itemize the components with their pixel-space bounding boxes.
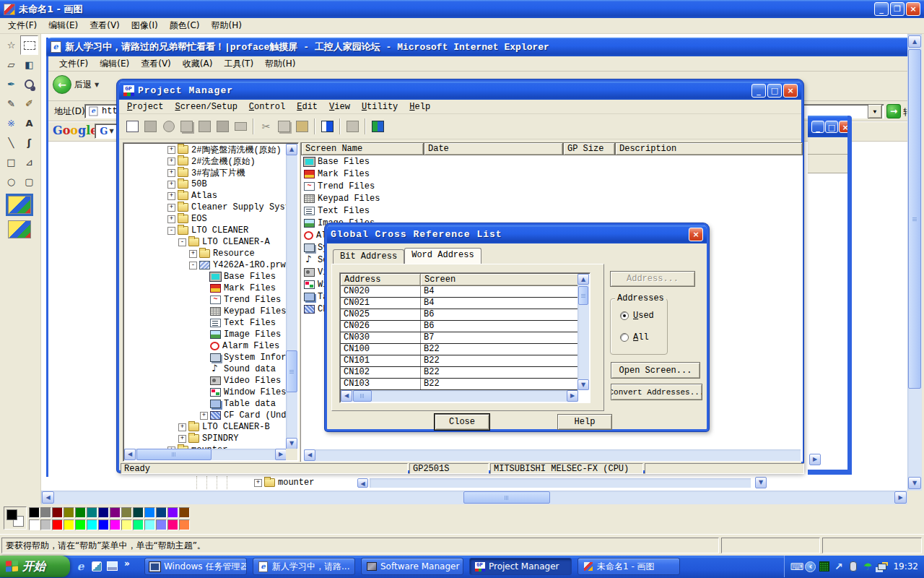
tray-icon[interactable] bbox=[832, 561, 845, 573]
list-hscrollbar[interactable]: ◀ bbox=[304, 449, 801, 461]
tree-toggle[interactable]: - bbox=[178, 238, 186, 246]
tree-toggle[interactable]: + bbox=[167, 158, 175, 165]
tree-toggle[interactable]: - bbox=[189, 262, 197, 269]
paint-tool[interactable] bbox=[20, 35, 38, 55]
tree-toggle[interactable]: + bbox=[167, 146, 175, 154]
scroll-down-button[interactable]: ▼ bbox=[286, 438, 297, 449]
tree-item[interactable]: + Cleaner Supply System bbox=[124, 202, 286, 213]
dialog-titlebar[interactable]: Global Cross Reference List × bbox=[327, 225, 707, 243]
palette-swatch[interactable] bbox=[64, 519, 74, 530]
task-button[interactable]: Software Manager bbox=[361, 558, 463, 575]
pm-menu-item[interactable]: Screen/Setup bbox=[170, 100, 242, 113]
paint-tool[interactable] bbox=[20, 94, 38, 113]
tree-toggle[interactable]: + bbox=[167, 204, 175, 212]
quick-launch-icon[interactable] bbox=[105, 559, 119, 573]
scroll-thumb[interactable] bbox=[463, 491, 550, 504]
paint-minimize-button[interactable]: _ bbox=[874, 2, 889, 16]
address-dropdown-button[interactable]: ▼ bbox=[868, 104, 882, 118]
palette-swatch[interactable] bbox=[87, 519, 97, 530]
back-dropdown-icon[interactable]: ▼ bbox=[95, 82, 99, 88]
palette-swatch[interactable] bbox=[179, 507, 190, 518]
paint-menu-item[interactable]: 颜色(C) bbox=[165, 18, 205, 33]
palette-swatch[interactable] bbox=[144, 507, 155, 518]
scroll-left-button[interactable]: ◀ bbox=[304, 449, 315, 461]
tree-item[interactable]: Text Files bbox=[124, 317, 286, 329]
scroll-right-button[interactable]: ▶ bbox=[275, 449, 287, 460]
tree-toggle[interactable]: + bbox=[167, 192, 175, 200]
tree-item[interactable]: Alarm Files bbox=[124, 340, 286, 352]
scroll-left-button[interactable]: ◀ bbox=[341, 390, 352, 402]
quick-launch-icon[interactable] bbox=[90, 559, 103, 573]
tree-item[interactable]: + Resource bbox=[124, 248, 286, 259]
paint-tool[interactable] bbox=[2, 35, 20, 55]
address-column-header[interactable]: Address bbox=[341, 274, 420, 285]
ie-menu-item[interactable]: 查看(V) bbox=[136, 56, 176, 72]
palette-swatch[interactable] bbox=[110, 519, 121, 530]
palette-swatch[interactable] bbox=[29, 507, 40, 518]
paint-tool[interactable] bbox=[20, 152, 38, 172]
pm-toolbar-button[interactable] bbox=[214, 118, 232, 135]
table-row[interactable]: CN026 B6 bbox=[341, 321, 578, 332]
tree-item[interactable]: Base Files bbox=[124, 271, 286, 282]
task-button[interactable]: Windows 任务管理器 bbox=[144, 558, 247, 575]
table-row[interactable]: CN103 B22 bbox=[341, 379, 578, 390]
pm-toolbar-button[interactable] bbox=[344, 118, 362, 135]
fragment-maximize-button[interactable]: □ bbox=[825, 121, 838, 133]
paint-tool[interactable] bbox=[2, 113, 20, 133]
tree-hscrollbar[interactable]: ◀ ▶ bbox=[124, 449, 287, 460]
palette-swatch[interactable] bbox=[133, 507, 144, 518]
pm-menu-item[interactable]: Edit bbox=[292, 100, 323, 113]
tree-item[interactable]: Window Files bbox=[124, 387, 286, 398]
tree-toggle[interactable]: - bbox=[167, 227, 175, 235]
pm-minimize-button[interactable]: _ bbox=[751, 84, 766, 98]
paint-menu-item[interactable]: 编辑(E) bbox=[43, 18, 83, 33]
palette-swatch[interactable] bbox=[144, 519, 155, 530]
tray-icon[interactable] bbox=[790, 561, 803, 573]
task-button[interactable]: Project Manager bbox=[469, 558, 572, 575]
paint-titlebar[interactable]: 未命名1 - 画图 _ ❐ × bbox=[0, 0, 924, 18]
pm-toolbar-button[interactable] bbox=[123, 118, 141, 135]
table-row[interactable]: CN030 B7 bbox=[341, 332, 578, 344]
paint-tool[interactable] bbox=[20, 74, 38, 94]
palette-swatch[interactable] bbox=[121, 519, 132, 530]
paint-draw-option-opaque[interactable] bbox=[6, 194, 33, 216]
pm-menu-item[interactable]: Project bbox=[122, 100, 168, 113]
paint-draw-option-transparent[interactable] bbox=[6, 218, 33, 241]
paint-color-selector[interactable] bbox=[4, 506, 27, 530]
tree-item[interactable]: Table data bbox=[124, 398, 286, 410]
close-button[interactable]: Close bbox=[435, 414, 489, 430]
tray-icon[interactable] bbox=[847, 561, 859, 573]
tree-item[interactable]: Sound data bbox=[124, 363, 286, 375]
pm-close-button[interactable]: × bbox=[783, 84, 798, 98]
table-row[interactable]: CN101 B22 bbox=[341, 355, 578, 367]
fragment-scroll-right-button[interactable]: ▶ bbox=[809, 454, 821, 465]
pm-toolbar-button[interactable] bbox=[178, 118, 196, 135]
scroll-up-button[interactable]: ▲ bbox=[908, 35, 921, 48]
tree-item[interactable]: Mark Files bbox=[124, 282, 286, 294]
paint-tool[interactable] bbox=[2, 55, 20, 74]
palette-swatch[interactable] bbox=[98, 507, 109, 518]
tree-item[interactable]: Image Files bbox=[124, 329, 286, 340]
palette-swatch[interactable] bbox=[179, 519, 190, 530]
palette-swatch[interactable] bbox=[29, 519, 40, 530]
task-button[interactable]: 新人学习中，请路... bbox=[253, 558, 355, 575]
scroll-thumb[interactable] bbox=[286, 350, 297, 392]
scroll-thumb[interactable] bbox=[578, 286, 588, 305]
column-header[interactable]: Description bbox=[615, 142, 803, 155]
tree-item[interactable]: + EOS bbox=[124, 213, 286, 225]
paint-tool[interactable] bbox=[20, 113, 38, 133]
paint-tool[interactable] bbox=[2, 152, 20, 172]
table-row[interactable]: CN021 B4 bbox=[341, 298, 578, 309]
ie-menu-item[interactable]: 工具(T) bbox=[219, 56, 258, 72]
pm-toolbar-button[interactable] bbox=[318, 118, 336, 135]
google-dropdown-icon[interactable]: ▼ bbox=[109, 128, 113, 134]
quick-launch-overflow[interactable]: » bbox=[124, 558, 130, 569]
paint-tool[interactable] bbox=[20, 133, 38, 152]
ie-titlebar[interactable]: 新人学习中，请路过的兄弟帮忙看看！|proface触摸屏 - 工控人家园论坛 -… bbox=[46, 38, 907, 56]
paint-close-button[interactable]: × bbox=[906, 2, 920, 16]
tree-item[interactable]: + 2#陶瓷盤清洗機(原始) bbox=[124, 144, 286, 155]
radio-used[interactable]: Used bbox=[620, 311, 654, 321]
scroll-right-button[interactable]: ▶ bbox=[894, 491, 907, 504]
dialog-close-button[interactable]: × bbox=[689, 228, 703, 241]
tree-item[interactable]: Video Files bbox=[124, 375, 286, 387]
